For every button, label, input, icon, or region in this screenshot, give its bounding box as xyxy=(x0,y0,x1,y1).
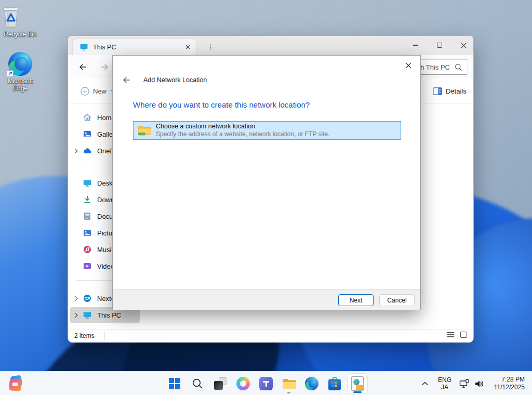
task-view-button[interactable] xyxy=(210,373,231,394)
running-indicator xyxy=(287,392,290,393)
tab-close-icon[interactable] xyxy=(183,43,192,52)
gallery-icon xyxy=(82,130,93,138)
items-count: 2 items xyxy=(74,332,95,339)
language-indicator[interactable]: ENG JA xyxy=(434,373,455,394)
explorer-tab-this-pc[interactable]: This PC xyxy=(72,38,197,55)
large-icons-view-icon[interactable] xyxy=(460,332,467,338)
tray-time: 7:28 PM xyxy=(501,376,525,384)
downloads-icon xyxy=(82,195,93,204)
windows-logo-icon xyxy=(169,378,180,389)
this-pc-icon xyxy=(82,311,93,319)
tray-overflow-chevron[interactable] xyxy=(418,373,432,394)
widgets-button[interactable] xyxy=(6,373,27,394)
taskbar: ENG JA 7:28 PM 11/12/2025 xyxy=(0,371,532,395)
dialog-footer: Next Cancel xyxy=(113,289,420,310)
pictures-icon xyxy=(82,229,93,237)
desktop-icon xyxy=(82,179,93,187)
add-network-location-taskbar-button[interactable] xyxy=(347,373,368,394)
explorer-titlebar[interactable]: This PC xyxy=(68,36,473,55)
tray-date: 11/12/2025 xyxy=(494,384,525,391)
active-indicator xyxy=(353,391,362,393)
teams-button[interactable] xyxy=(256,373,276,394)
teams-icon xyxy=(259,377,273,390)
back-button[interactable] xyxy=(76,60,89,74)
window-close-button[interactable] xyxy=(451,36,475,55)
details-view-icon[interactable] xyxy=(447,332,454,337)
taskbar-search-button[interactable] xyxy=(187,373,208,394)
task-view-icon xyxy=(214,377,227,390)
edge-icon xyxy=(305,377,318,390)
network-folder-icon xyxy=(138,125,152,136)
folder-icon xyxy=(282,378,296,389)
network-tray-icon[interactable] xyxy=(457,373,472,394)
language-secondary: JA xyxy=(441,384,448,391)
videos-icon xyxy=(82,262,93,270)
cancel-button[interactable]: Cancel xyxy=(379,294,415,306)
new-button-label: New xyxy=(93,87,107,95)
chevron-right-icon[interactable] xyxy=(70,148,82,154)
home-icon xyxy=(82,113,93,122)
maximize-button[interactable] xyxy=(428,36,451,55)
dialog-title: Add Network Location xyxy=(143,76,207,84)
music-icon xyxy=(82,245,93,254)
details-button[interactable]: Details xyxy=(429,84,471,98)
documents-icon xyxy=(82,212,93,220)
copilot-icon xyxy=(236,377,250,390)
sidebar-item-clipped[interactable] xyxy=(70,324,140,329)
shortcut-arrow-icon xyxy=(7,70,14,77)
nextcloud-icon xyxy=(82,294,93,302)
recycle-bin-label: Recycle Bin xyxy=(4,31,36,38)
add-network-location-dialog: Add Network Location Where do you want t… xyxy=(112,55,421,310)
chevron-right-icon[interactable] xyxy=(70,312,82,318)
edge-icon xyxy=(8,52,32,76)
microsoft-store-button[interactable] xyxy=(324,373,345,394)
search-icon xyxy=(455,63,462,71)
dialog-heading: Where do you want to create this network… xyxy=(133,100,310,109)
network-wizard-icon xyxy=(351,376,364,391)
chevron-right-icon[interactable] xyxy=(70,296,82,301)
minimize-button[interactable] xyxy=(404,36,428,55)
statusbar-divider xyxy=(104,332,105,340)
desktop: Recycle Bin Microsoft Edge This PC xyxy=(0,0,532,395)
language-primary: ENG xyxy=(438,376,451,384)
clock[interactable]: 7:28 PM 11/12/2025 xyxy=(487,373,529,394)
onedrive-icon xyxy=(82,148,93,154)
custom-network-location-option[interactable]: Choose a custom network location Specify… xyxy=(133,121,401,140)
edge-taskbar-button[interactable] xyxy=(301,373,322,394)
edge-desktop-icon[interactable]: Microsoft Edge xyxy=(0,52,41,92)
volume-tray-icon[interactable] xyxy=(472,373,486,394)
copilot-button[interactable] xyxy=(233,373,254,394)
tab-title: This PC xyxy=(93,44,183,51)
store-icon xyxy=(328,379,341,390)
details-button-label: Details xyxy=(446,87,467,95)
option-subtitle: Specify the address of a website, networ… xyxy=(156,130,330,138)
this-pc-icon xyxy=(80,44,88,51)
edge-label: Microsoft Edge xyxy=(4,77,37,92)
start-button[interactable] xyxy=(164,373,185,394)
forward-button[interactable] xyxy=(98,60,112,74)
option-title: Choose a custom network location xyxy=(156,123,330,130)
search-icon xyxy=(192,378,203,389)
file-explorer-button[interactable] xyxy=(278,373,299,394)
dialog-close-button[interactable] xyxy=(402,59,415,72)
explorer-statusbar: 2 items xyxy=(68,329,473,343)
recycle-bin-desktop-icon[interactable]: Recycle Bin xyxy=(0,5,41,38)
new-tab-button[interactable] xyxy=(204,41,216,52)
next-button[interactable]: Next xyxy=(338,294,374,306)
recycle-bin-icon xyxy=(0,5,41,29)
widgets-icon xyxy=(8,376,25,391)
dialog-back-button[interactable] xyxy=(119,73,134,87)
